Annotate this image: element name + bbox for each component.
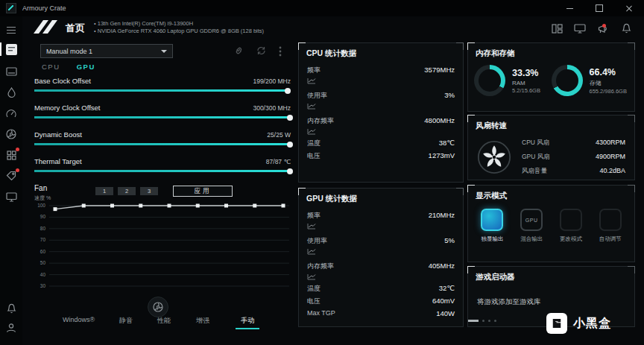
stat-label: 内存频率 — [307, 116, 334, 126]
sidebar-item-offers[interactable] — [0, 167, 22, 185]
ram-label: RAM — [512, 80, 540, 86]
tab-cpu[interactable]: CPU — [42, 63, 60, 71]
gpu-chip-dim-icon — [599, 209, 622, 231]
panel-title: GPU 统计数据 — [299, 189, 463, 204]
fan-curve-yaxis: 10090807060504030 — [34, 201, 47, 291]
heybox-watermark: 小黑盒 — [546, 313, 611, 334]
slider-track[interactable] — [34, 89, 291, 92]
fan-row-label: CPU 风扇 — [522, 139, 549, 148]
sidebar-item-display[interactable] — [0, 188, 22, 206]
stat-label: 使用率 — [307, 236, 327, 246]
kebab-menu-icon[interactable] — [279, 46, 282, 57]
display-mode-option-hybrid[interactable]: GPU 混合输出 — [512, 209, 552, 243]
fan-widget-button[interactable] — [148, 297, 168, 317]
sidebar-item-device[interactable] — [0, 63, 22, 80]
sync-icon[interactable] — [256, 46, 266, 55]
fan-preset-3[interactable]: 3 — [140, 187, 158, 195]
stat-label: 电压 — [307, 297, 321, 306]
announcements-button[interactable] — [597, 22, 609, 34]
bell-icon — [622, 23, 631, 34]
display-button[interactable] — [574, 22, 586, 34]
stat-row: 电压 640mV — [307, 293, 455, 306]
display-mode-option-change[interactable]: 更改模式 — [552, 209, 591, 243]
storage-percent: 66.4% — [590, 67, 627, 77]
close-button[interactable] — [614, 0, 644, 16]
option-label: 更改模式 — [560, 235, 582, 243]
carousel-dot-active[interactable] — [468, 320, 479, 322]
notification-dot — [16, 148, 19, 151]
tab-manual[interactable]: 手动 — [241, 316, 254, 326]
mode-dropdown[interactable]: Manual mode 1 — [40, 44, 173, 58]
tab-turbo[interactable]: 增强 — [196, 316, 209, 326]
fan-row-value: 4300RPM — [596, 139, 625, 148]
slider-label: Thermal Target — [34, 157, 82, 165]
armoury-crate-window: Armoury Crate — [0, 0, 644, 345]
sidebar-item-notifications[interactable] — [0, 300, 22, 317]
alerts-button[interactable] — [620, 22, 632, 34]
sidebar — [0, 16, 22, 345]
stat-value: 3579MHz — [424, 66, 455, 74]
stat-value: 405MHz — [429, 262, 455, 270]
fan-preset-1[interactable]: 1 — [95, 187, 113, 195]
sparkline-icon — [307, 248, 316, 255]
option-label: 混合输出 — [520, 235, 543, 243]
slider-handle[interactable] — [34, 170, 291, 172]
device-gpu-line: NVIDIA GeForce RTX 4060 Laptop GPU GDDR6… — [94, 28, 264, 35]
stat-row: 频率 3579MHz — [307, 59, 455, 84]
fan-icon — [6, 129, 16, 139]
slider-handle[interactable] — [34, 143, 291, 145]
fan-speed-body: CPU 风扇 4300RPM GPU 风扇 4900RPM 风扇音量 40.2d… — [468, 131, 634, 178]
link-icon[interactable] — [234, 46, 244, 55]
apply-button[interactable]: 应用 — [173, 186, 233, 197]
menu-toggle-button[interactable] — [0, 21, 22, 39]
grid-icon — [7, 151, 16, 160]
sidebar-item-user[interactable] — [0, 319, 22, 337]
stat-value: 32℃ — [439, 284, 455, 292]
minimize-icon — [566, 8, 573, 9]
stat-value: 4800MHz — [424, 116, 455, 124]
sidebar-item-fan[interactable] — [0, 125, 22, 143]
chevron-down-icon — [161, 50, 167, 53]
stat-value: 3% — [444, 91, 455, 99]
slider-base-clock: Base Clock Offset199/200 MHz — [34, 77, 291, 92]
notification-dot — [16, 168, 19, 172]
sidebar-item-performance[interactable] — [0, 104, 22, 122]
slider-handle[interactable] — [34, 116, 291, 118]
slider-value: 199/200 MHz — [253, 77, 291, 85]
sidebar-item-scenarios[interactable] — [0, 146, 22, 164]
fan-section-header: Fan 速度 % — [34, 184, 51, 202]
slider-track[interactable] — [34, 143, 291, 145]
fan-curve-chart[interactable]: 10090807060504030 — [34, 201, 294, 294]
slider-track[interactable] — [34, 116, 291, 118]
devices-button[interactable] — [551, 22, 563, 34]
carousel-dot[interactable] — [494, 320, 496, 322]
tab-gpu[interactable]: GPU — [77, 63, 95, 71]
minimize-button[interactable] — [555, 0, 584, 16]
sparkline-icon — [307, 77, 316, 84]
display-mode-option-dgpu[interactable]: 独显输出 — [473, 209, 512, 243]
sidebar-item-aura[interactable] — [0, 83, 22, 101]
slider-value: 25/25 W — [267, 131, 291, 139]
mode-dropdown-value: Manual mode 1 — [46, 48, 92, 55]
tab-silent[interactable]: 静音 — [119, 316, 133, 326]
sidebar-item-home[interactable] — [0, 40, 22, 58]
stat-value: 210MHz — [429, 211, 455, 219]
fan-preset-2[interactable]: 2 — [118, 187, 136, 195]
slider-handle[interactable] — [34, 89, 288, 92]
slider-label: Base Clock Offset — [34, 77, 91, 85]
fan-speed-panel: 风扇转速 CPU 风扇 4300RPM GPU 风扇 — [467, 115, 635, 180]
tab-performance[interactable]: 性能 — [157, 316, 171, 326]
carousel-dot[interactable] — [488, 320, 490, 322]
tab-windows[interactable]: Windows® — [63, 316, 95, 323]
maximize-button[interactable] — [584, 0, 614, 16]
stat-label: 温度 — [307, 139, 321, 148]
stat-label: 使用率 — [307, 91, 327, 101]
stat-value: 640mV — [432, 297, 455, 305]
ram-donut-chart — [474, 65, 505, 96]
carousel-dot[interactable] — [482, 320, 484, 322]
game-launcher-empty-text[interactable]: 将游戏添加至游戏库 — [468, 282, 634, 307]
slider-track[interactable] — [34, 170, 291, 172]
display-mode-option-auto[interactable]: 自动调节 — [590, 209, 630, 243]
heybox-watermark-text: 小黑盒 — [573, 316, 611, 332]
rog-logo-icon — [33, 19, 60, 35]
